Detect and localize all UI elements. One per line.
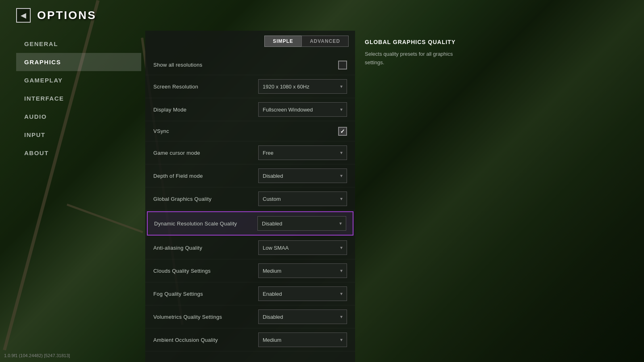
- dropdown-value-screen-resolution: 1920 x 1080 x 60Hz: [263, 84, 309, 90]
- setting-control-display-mode: Fullscreen Windowed ▾: [258, 102, 347, 117]
- dropdown-value-dynamic-resolution-scale-quality: Disabled: [262, 221, 282, 227]
- checkbox-show-all-resolutions[interactable]: [338, 61, 347, 69]
- settings-list: Show all resolutions Screen Resolution 1…: [145, 52, 355, 362]
- setting-label-show-all-resolutions: Show all resolutions: [153, 62, 203, 68]
- dropdown-arrow-ambient-occlusion-quality: ▾: [340, 337, 343, 343]
- setting-control-show-all-resolutions: [338, 61, 347, 69]
- dropdown-arrow-dynamic-resolution-scale-quality: ▾: [339, 221, 342, 226]
- version-text: 1.0.9f1 (104.24482) [5247.31813]: [4, 353, 70, 358]
- dropdown-arrow-display-mode: ▾: [340, 107, 343, 112]
- back-button[interactable]: ◀: [16, 8, 31, 23]
- setting-row-clouds-quality-settings: Clouds Quality Settings Medium ▾: [145, 259, 355, 282]
- setting-control-vsync: [338, 127, 347, 136]
- dropdown-arrow-screen-resolution: ▾: [340, 84, 343, 89]
- tab-bar: SIMPLE ADVANCED: [145, 31, 355, 52]
- setting-label-game-cursor-mode: Game cursor mode: [153, 150, 200, 156]
- checkbox-vsync[interactable]: [338, 127, 347, 136]
- sidebar-item-audio[interactable]: AUDIO: [16, 107, 141, 126]
- dropdown-display-mode[interactable]: Fullscreen Windowed ▾: [258, 102, 347, 117]
- setting-row-show-all-resolutions: Show all resolutions: [145, 55, 355, 75]
- setting-control-global-graphics-quality: Custom ▾: [258, 192, 347, 206]
- setting-row-screen-resolution: Screen Resolution 1920 x 1080 x 60Hz ▾: [145, 75, 355, 98]
- dropdown-game-cursor-mode[interactable]: Free ▾: [258, 145, 347, 160]
- dropdown-arrow-clouds-quality-settings: ▾: [340, 268, 343, 274]
- setting-row-game-cursor-mode: Game cursor mode Free ▾: [145, 141, 355, 164]
- dropdown-clouds-quality-settings[interactable]: Medium ▾: [258, 263, 347, 278]
- dropdown-value-anti-aliasing-quality: Low SMAA: [263, 245, 289, 251]
- dropdown-screen-resolution[interactable]: 1920 x 1080 x 60Hz ▾: [258, 79, 347, 94]
- tab-advanced[interactable]: ADVANCED: [301, 36, 349, 47]
- sidebar-item-input[interactable]: INPUT: [16, 126, 141, 144]
- dropdown-dynamic-resolution-scale-quality[interactable]: Disabled ▾: [257, 216, 346, 231]
- main-container: ◀ OPTIONS GENERAL GRAPHICS GAMEPLAY INTE…: [0, 0, 644, 362]
- setting-label-depth-of-field-mode: Depth of Field mode: [153, 173, 203, 179]
- setting-label-global-graphics-quality: Global Graphics Quality: [153, 196, 211, 202]
- dropdown-value-clouds-quality-settings: Medium: [263, 268, 281, 274]
- info-panel: GLOBAL GRAPHICS QUALITY Selects quality …: [355, 31, 468, 362]
- setting-row-depth-of-field-mode: Depth of Field mode Disabled ▾: [145, 164, 355, 187]
- setting-control-fog-quality-settings: Enabled ▾: [258, 286, 347, 301]
- setting-row-dynamic-resolution-scale-quality: Dynamic Resolution Scale Quality Disable…: [147, 211, 353, 236]
- setting-label-volumetrics-quality-settings: Volumetrics Quality Settings: [153, 314, 222, 320]
- setting-row-vsync: VSync: [145, 121, 355, 141]
- dropdown-value-display-mode: Fullscreen Windowed: [263, 107, 313, 113]
- content-area: GENERAL GRAPHICS GAMEPLAY INTERFACE AUDI…: [0, 31, 644, 362]
- info-panel-text: Selects quality presets for all graphics…: [365, 50, 458, 67]
- setting-label-fog-quality-settings: Fog Quality Settings: [153, 291, 203, 297]
- back-icon: ◀: [21, 11, 26, 20]
- setting-control-game-cursor-mode: Free ▾: [258, 145, 347, 160]
- dropdown-depth-of-field-mode[interactable]: Disabled ▾: [258, 168, 347, 183]
- dropdown-arrow-game-cursor-mode: ▾: [340, 150, 343, 156]
- setting-control-clouds-quality-settings: Medium ▾: [258, 263, 347, 278]
- dropdown-anti-aliasing-quality[interactable]: Low SMAA ▾: [258, 240, 347, 255]
- header: ◀ OPTIONS: [0, 0, 644, 31]
- sidebar-item-interface[interactable]: INTERFACE: [16, 89, 141, 107]
- setting-control-anti-aliasing-quality: Low SMAA ▾: [258, 240, 347, 255]
- setting-control-dynamic-resolution-scale-quality: Disabled ▾: [257, 216, 346, 231]
- dropdown-fog-quality-settings[interactable]: Enabled ▾: [258, 286, 347, 301]
- settings-panel: SIMPLE ADVANCED Show all resolutions Scr…: [145, 31, 355, 362]
- dropdown-arrow-fog-quality-settings: ▾: [340, 291, 343, 297]
- info-panel-title: GLOBAL GRAPHICS QUALITY: [365, 39, 458, 45]
- dropdown-value-volumetrics-quality-settings: Disabled: [263, 314, 283, 320]
- setting-label-anti-aliasing-quality: Anti-aliasing Quality: [153, 245, 202, 251]
- setting-label-display-mode: Display Mode: [153, 107, 186, 113]
- setting-row-anti-aliasing-quality: Anti-aliasing Quality Low SMAA ▾: [145, 236, 355, 259]
- setting-label-screen-resolution: Screen Resolution: [153, 84, 198, 90]
- dropdown-arrow-anti-aliasing-quality: ▾: [340, 245, 343, 250]
- setting-row-ambient-occlusion-quality: Ambient Occlusion Quality Medium ▾: [145, 328, 355, 351]
- setting-control-depth-of-field-mode: Disabled ▾: [258, 168, 347, 183]
- dropdown-value-ambient-occlusion-quality: Medium: [263, 337, 281, 343]
- dropdown-value-global-graphics-quality: Custom: [263, 196, 281, 202]
- setting-row-fog-quality-settings: Fog Quality Settings Enabled ▾: [145, 282, 355, 305]
- dropdown-volumetrics-quality-settings[interactable]: Disabled ▾: [258, 309, 347, 324]
- sidebar-item-gameplay[interactable]: GAMEPLAY: [16, 71, 141, 89]
- dropdown-ambient-occlusion-quality[interactable]: Medium ▾: [258, 333, 347, 347]
- dropdown-arrow-depth-of-field-mode: ▾: [340, 173, 343, 179]
- dropdown-arrow-global-graphics-quality: ▾: [340, 196, 343, 202]
- dropdown-value-fog-quality-settings: Enabled: [263, 291, 282, 297]
- sidebar: GENERAL GRAPHICS GAMEPLAY INTERFACE AUDI…: [16, 31, 141, 362]
- tab-simple[interactable]: SIMPLE: [264, 36, 301, 47]
- setting-row-global-graphics-quality: Global Graphics Quality Custom ▾: [145, 187, 355, 210]
- setting-control-ambient-occlusion-quality: Medium ▾: [258, 333, 347, 347]
- setting-label-vsync: VSync: [153, 128, 169, 134]
- setting-row-display-mode: Display Mode Fullscreen Windowed ▾: [145, 98, 355, 121]
- sidebar-item-about[interactable]: ABOUT: [16, 144, 141, 162]
- setting-control-volumetrics-quality-settings: Disabled ▾: [258, 309, 347, 324]
- setting-row-volumetrics-quality-settings: Volumetrics Quality Settings Disabled ▾: [145, 305, 355, 328]
- sidebar-item-general[interactable]: GENERAL: [16, 35, 141, 53]
- dropdown-arrow-volumetrics-quality-settings: ▾: [340, 314, 343, 320]
- setting-label-clouds-quality-settings: Clouds Quality Settings: [153, 268, 211, 274]
- setting-label-dynamic-resolution-scale-quality: Dynamic Resolution Scale Quality: [154, 221, 237, 227]
- sidebar-item-graphics[interactable]: GRAPHICS: [16, 53, 141, 71]
- page-title: OPTIONS: [37, 9, 96, 22]
- setting-label-ambient-occlusion-quality: Ambient Occlusion Quality: [153, 337, 218, 343]
- dropdown-global-graphics-quality[interactable]: Custom ▾: [258, 192, 347, 206]
- setting-control-screen-resolution: 1920 x 1080 x 60Hz ▾: [258, 79, 347, 94]
- dropdown-value-game-cursor-mode: Free: [263, 150, 274, 156]
- dropdown-value-depth-of-field-mode: Disabled: [263, 173, 283, 179]
